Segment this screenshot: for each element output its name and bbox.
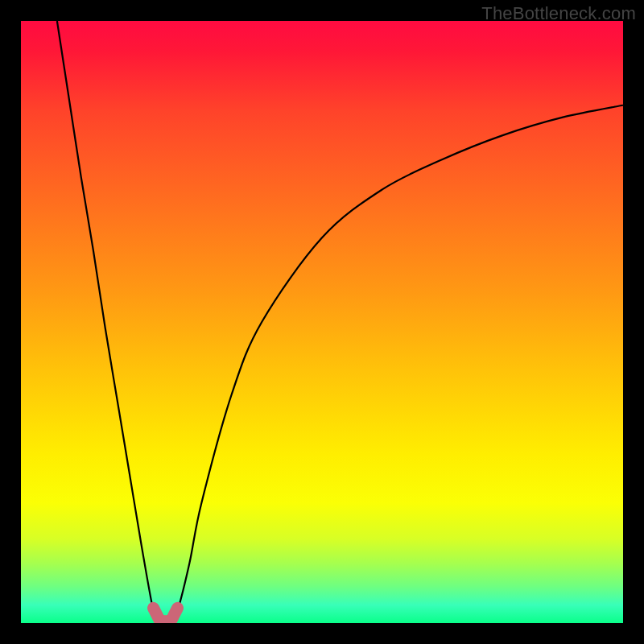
bottom-marker <box>154 608 178 621</box>
outer-frame: TheBottleneck.com <box>0 0 644 644</box>
bottleneck-curve <box>57 21 623 623</box>
chart-svg <box>21 21 623 623</box>
